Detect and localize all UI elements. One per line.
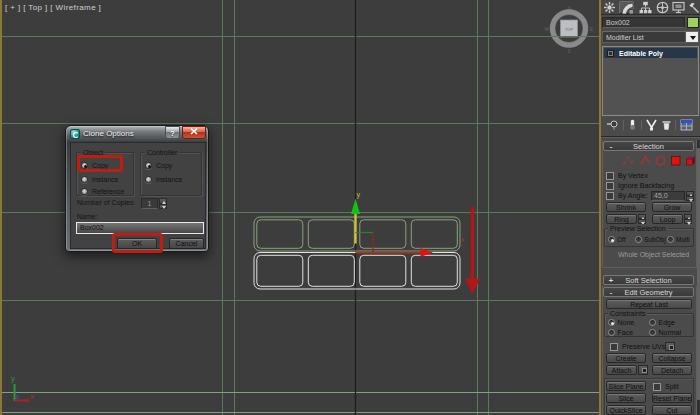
pin-stack-icon[interactable] [607,121,617,130]
tab-utilities[interactable] [687,1,700,14]
radio-icon[interactable] [649,329,656,336]
radio-icon[interactable] [635,236,642,243]
by-angle-value-field[interactable]: 45,0 [651,191,685,201]
by-vertex-checkbox[interactable]: By Vertex [606,171,648,180]
tab-modify[interactable] [619,1,634,14]
radio-controller-copy[interactable]: Copy [145,161,172,170]
dialog-close-button[interactable] [182,126,206,139]
create-button[interactable]: Create [606,353,646,363]
object-name-field[interactable]: Box002 [602,17,685,28]
spin-down-icon[interactable] [684,219,692,224]
motion-icon [656,1,669,14]
border-icon[interactable] [657,156,665,165]
cancel-button[interactable]: Cancel [169,238,204,249]
checkbox-icon[interactable] [610,343,618,351]
dialog-help-button[interactable]: ? [165,126,180,139]
polygon-icon[interactable] [672,157,681,166]
copies-spinner[interactable] [159,198,167,209]
split-checkbox[interactable]: Split [653,382,679,391]
detach-button[interactable]: Detach [652,365,692,375]
radio-reference[interactable]: Reference [81,187,124,196]
radio-icon[interactable] [608,236,615,243]
make-unique-icon[interactable] [647,120,656,131]
checkbox-icon[interactable] [606,182,614,190]
reset-plane-button[interactable]: Reset Plane [652,393,692,403]
checkbox-icon[interactable] [606,172,614,180]
spin-down-icon[interactable] [686,196,694,201]
copies-label: Number of Copies: [77,199,135,206]
copies-field[interactable]: 1 [141,198,158,209]
constraint-none-radio[interactable]: None [608,318,634,327]
wireframe-box-clone[interactable] [254,253,460,290]
tab-hierarchy[interactable] [638,1,653,14]
by-angle-checkbox[interactable]: By Angle: [606,191,648,200]
radio-icon[interactable] [649,319,656,326]
constraint-face-radio[interactable]: Face [608,328,633,337]
ring-button[interactable]: Ring [606,214,637,224]
radio-icon[interactable] [608,319,615,326]
by-angle-spinner[interactable] [686,191,694,201]
preserve-uvs-settings-button[interactable] [665,342,675,351]
radio-icon[interactable] [667,236,674,243]
dialog-titlebar[interactable]: Clone Options ? [66,126,208,142]
radio-controller-instance-circle[interactable] [145,176,152,183]
quickslice-button[interactable]: QuickSlice [606,405,646,415]
move-gizmo[interactable]: y x [351,191,465,257]
preview-multi-radio[interactable]: Multi [667,235,690,244]
remove-modifier-icon[interactable] [663,122,671,130]
tripod-z-label: z [16,392,20,401]
ring-spinner[interactable] [638,214,646,224]
radio-controller-instance[interactable]: Instance [145,175,182,184]
preview-subobj-radio[interactable]: SubObj [635,235,666,244]
expand-icon[interactable]: + [607,276,615,285]
checkbox-icon[interactable] [606,192,614,200]
radio-reference-circle[interactable] [81,188,88,195]
selection-rollout-header[interactable]: - Selection [603,141,694,151]
modifier-stack[interactable]: Editable Poly [602,46,699,116]
copies-spin-down-icon[interactable] [159,204,167,210]
slice-button[interactable]: Slice [606,393,646,403]
edit-geometry-rollout-header[interactable]: - Edit Geometry [603,287,694,297]
slice-plane-button[interactable]: Slice Plane [606,381,646,391]
tab-create[interactable] [602,1,617,14]
object-color-swatch[interactable] [687,17,699,28]
viewcube[interactable]: TOP N S W E [544,6,593,54]
soft-selection-rollout-header[interactable]: + Soft Selection [603,275,694,285]
show-end-result-icon[interactable] [631,120,635,130]
dropdown-arrow-icon[interactable] [685,32,698,42]
loop-spinner[interactable] [684,214,692,224]
vertex-icon[interactable] [623,157,633,165]
editable-poly-icon [607,50,614,57]
preview-off-radio[interactable]: Off [608,235,626,244]
constraint-normal-radio[interactable]: Normal [649,328,681,337]
modifier-list-dropdown[interactable]: Modifier List [602,31,699,43]
wireframe-box-original[interactable] [254,217,460,251]
checkbox-icon[interactable] [653,383,661,391]
attach-button[interactable]: Attach [606,365,637,375]
command-panel-tabs [601,0,700,15]
cut-button[interactable]: Cut [652,405,692,415]
loop-button[interactable]: Loop [652,214,683,224]
edge-icon[interactable] [641,157,650,165]
radio-controller-copy-circle[interactable] [145,162,152,169]
radio-instance-circle[interactable] [81,176,88,183]
collapse-button[interactable]: Collapse [652,353,692,363]
grow-button[interactable]: Grow [652,202,692,212]
shrink-button[interactable]: Shrink [606,202,646,212]
repeat-last-button[interactable]: Repeat Last [606,299,692,309]
attach-list-button[interactable] [638,365,648,375]
collapse-icon[interactable]: - [607,142,615,151]
radio-instance[interactable]: Instance [81,175,118,184]
ignore-backfacing-checkbox[interactable]: Ignore Backfacing [606,181,674,190]
radio-icon[interactable] [608,329,615,336]
viewport-label[interactable]: [ + ] [ Top ] [ Wireframe ] [5,3,101,12]
element-icon[interactable] [687,157,696,166]
constraint-edge-radio[interactable]: Edge [649,318,675,327]
preserve-uvs-checkbox[interactable]: Preserve UVs [610,342,665,351]
configure-modifier-sets-icon[interactable] [681,120,692,130]
collapse-icon[interactable]: - [607,288,615,297]
tab-motion[interactable] [655,1,670,14]
stack-item-editable-poly[interactable]: Editable Poly [604,48,697,58]
tab-display[interactable] [671,1,686,14]
display-icon [672,1,685,14]
